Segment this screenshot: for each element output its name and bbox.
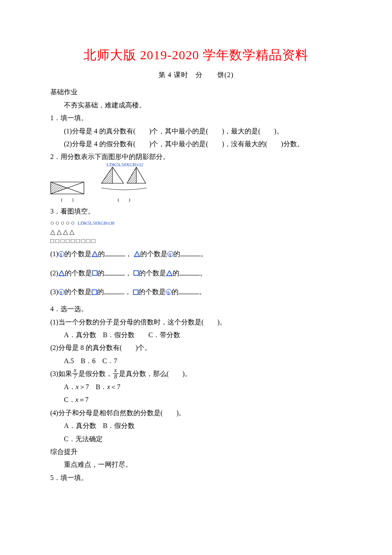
triangle-icon	[92, 250, 98, 257]
triangle-icon	[58, 269, 65, 277]
q4-4-optAB: A．真分数 B．假分数	[64, 419, 342, 432]
section-basic-sub: 不夯实基础，难建成高楼。	[64, 99, 342, 112]
q5-head: 5．填一填。	[50, 471, 342, 484]
t: 的个数是	[65, 269, 92, 277]
t: ，	[125, 269, 132, 277]
q2-figures: ( ) LDK5L58XGB\t32 ( )	[50, 166, 342, 204]
t: 的	[173, 250, 180, 257]
t: 的个数是	[64, 250, 92, 257]
shape-circles: ○○○○○ LDK5L58XGB\t38	[50, 219, 342, 227]
t: ，	[124, 288, 131, 295]
t: 是假分数，	[78, 370, 112, 377]
q4-1-opt: A．真分数 B．假分数 C．带分数	[64, 329, 342, 341]
square-icon	[92, 288, 97, 295]
page-title: 北师大版 2019-2020 学年数学精品资料	[50, 43, 342, 67]
var-x: x	[75, 396, 78, 403]
q1-1: (1)分母是 4 的真分数有( )个，其中最小的是( )，最大的是( )。	[64, 125, 342, 138]
t: 的	[172, 288, 179, 295]
square-icon	[133, 288, 138, 295]
q3-1: (1)9的个数是的， 的个数是9的。	[50, 248, 342, 260]
circle-icon: 9	[58, 289, 64, 295]
fraction-x-7: x7	[72, 367, 78, 380]
svg-rect-13	[92, 271, 97, 275]
circle-icon: 9	[167, 251, 173, 257]
t: 的个数是	[140, 250, 167, 257]
q4-2-opt: A.5 B．6 C．7	[64, 355, 342, 367]
svg-marker-10	[92, 251, 98, 257]
q3-head: 3．看图填空。	[50, 205, 342, 218]
circle-icon: 9	[58, 251, 64, 257]
subtitle-part-b: 分	[196, 71, 203, 78]
q4-head: 4．选一选。	[50, 303, 342, 315]
shape-triangles: △△△△	[50, 228, 342, 236]
blank	[180, 250, 201, 256]
t: ，	[125, 250, 132, 257]
t: 的	[98, 250, 105, 257]
t: 。	[200, 269, 207, 277]
triangle-icon	[166, 269, 173, 277]
shape-squares: □□□□□□□□□	[50, 237, 342, 245]
q3-2-idx: (2)	[50, 269, 58, 277]
t: ＜7	[110, 383, 120, 390]
q3-2: (2)的个数是的， 的个数是的。	[50, 267, 342, 280]
t: 。	[199, 288, 206, 295]
svg-marker-11	[134, 251, 140, 257]
q1-2: (2)分母是 4 的假分数有( )个，其中最小的是( )，没有最大的( )分数。	[64, 138, 342, 150]
t: (3)如果	[50, 370, 72, 377]
square-icon	[133, 269, 139, 277]
blank	[104, 288, 124, 294]
q3-3-idx: (3)	[50, 288, 58, 295]
circle-icon: 9	[166, 289, 172, 295]
q4-2: (2)分母是 8 的真分数有( )个。	[50, 341, 342, 354]
t: 。	[201, 250, 208, 257]
fig2-caption: ( )	[118, 195, 130, 204]
t: A．	[64, 383, 76, 390]
t: 的	[173, 269, 179, 277]
t: 的个数是	[138, 288, 166, 295]
t: 是真分数，那么( )。	[119, 370, 192, 377]
lesson-subtitle: 第 4 课时 分 饼(2)	[50, 69, 342, 81]
q4-3-optAB: A．x＞7 B．x＜7	[64, 381, 342, 393]
q1-head: 1．填一填。	[50, 112, 342, 124]
section-comprehensive-sub: 重点难点，一网打尽。	[64, 458, 342, 471]
overlay-code-2: LDK5L58XGB\t38	[78, 220, 114, 225]
t: 的	[97, 288, 104, 295]
t: 的个数是	[64, 288, 92, 295]
svg-marker-3	[51, 182, 67, 194]
subtitle-part-a: 第 4 课时	[159, 71, 188, 78]
figure-rectangle	[50, 182, 84, 194]
svg-rect-16	[92, 290, 97, 295]
triangle-icon	[134, 250, 140, 257]
q4-1: (1)当一个分数的分子是分母的倍数时，这个分数是( )。	[50, 316, 342, 329]
t: C．	[64, 396, 75, 403]
overlay-code-1: LDK5L58XGB\t32	[107, 160, 143, 169]
q4-3: (3)如果x7是假分数，x8是真分数，那么( )。	[50, 367, 342, 381]
q4-3-optC: C．x＝7	[64, 393, 342, 406]
section-comprehensive: 综合提升	[50, 445, 342, 458]
q4-4: (4)分子和分母是相邻自然数的分数是( )。	[50, 407, 342, 419]
q3-1-idx: (1)	[50, 250, 58, 257]
blank	[104, 269, 125, 275]
t: 的个数是	[139, 269, 166, 277]
svg-marker-15	[167, 271, 172, 276]
square-icon	[92, 269, 98, 277]
blank	[179, 288, 199, 294]
q3-3: (3)9的个数是的， 的个数是9的。	[50, 286, 342, 298]
section-basic: 基础作业	[50, 86, 342, 98]
t: ＝7	[78, 396, 89, 403]
t: ＞7 B．	[79, 383, 107, 390]
q4-4-optC: C．无法确定	[64, 433, 342, 445]
svg-marker-12	[59, 271, 64, 276]
fig1-caption: ( )	[61, 195, 73, 204]
q2-head: 2．用分数表示下面图形中的阴影部分。	[50, 150, 342, 163]
subtitle-part-c: 饼(2)	[217, 71, 234, 78]
fraction-x-8: x8	[113, 367, 118, 380]
t: 的	[98, 269, 104, 277]
svg-rect-17	[133, 290, 138, 295]
var-x: x	[76, 383, 79, 390]
svg-rect-14	[134, 271, 138, 275]
blank	[179, 269, 200, 275]
blank	[105, 250, 125, 256]
